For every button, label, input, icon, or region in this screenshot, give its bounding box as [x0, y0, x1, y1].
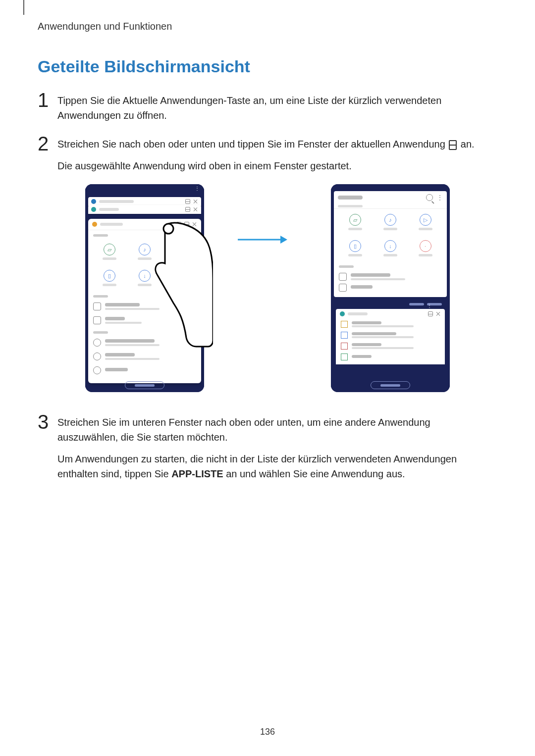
- phone-after: ⋮ ▱ ♪ ▷ ▯ ↓ ∙ ⋮: [331, 184, 450, 392]
- step-2: 2 Streichen Sie nach oben oder unten und…: [38, 134, 497, 173]
- split-icon: [185, 199, 190, 204]
- section-title: Geteilte Bildschirmansicht: [38, 57, 497, 76]
- close-icon: [436, 311, 441, 316]
- close-icon: [193, 207, 198, 212]
- svg-marker-2: [280, 236, 287, 244]
- step-3-p2: Um Anwendungen zu starten, die nicht in …: [57, 452, 493, 481]
- step-1-text: Tippen Sie die Aktuelle Anwendungen-Tast…: [57, 93, 493, 123]
- app-list-label: APP-LISTE: [171, 468, 223, 479]
- step-2-line1: Streichen Sie nach oben oder unten und t…: [57, 137, 475, 151]
- step-3-p1: Streichen Sie im unteren Fenster nach ob…: [57, 415, 493, 445]
- split-icon: [185, 207, 190, 212]
- close-all-button: [371, 381, 410, 389]
- step-2-line2: Die ausgewählte Anwendung wird oben in e…: [57, 158, 475, 173]
- breadcrumb: Anwendungen und Funktionen: [38, 21, 497, 32]
- step-number: 3: [38, 412, 54, 432]
- step-number: 1: [38, 90, 54, 110]
- step-3: 3 Streichen Sie im unteren Fenster nach …: [38, 412, 497, 481]
- more-icon: ⋮: [427, 303, 442, 305]
- step-number: 2: [38, 134, 54, 153]
- arrow-icon: [238, 234, 287, 246]
- svg-point-0: [163, 224, 173, 234]
- margin-rule: [23, 0, 24, 15]
- page-number: 136: [0, 727, 535, 737]
- search-icon: [426, 194, 433, 201]
- close-icon: [193, 199, 198, 204]
- step-1: 1 Tippen Sie die Aktuelle Anwendungen-Ta…: [38, 90, 497, 123]
- close-all-button: [125, 381, 164, 389]
- split-screen-icon: [449, 140, 457, 150]
- hand-pointer-icon: [149, 219, 213, 348]
- split-icon: [428, 311, 433, 316]
- instruction-figure: ⋮ ▱ ♪ ▷ ▯ ↓ ∙: [79, 184, 456, 397]
- more-icon: ⋮: [195, 186, 199, 191]
- more-icon: ⋮: [437, 194, 443, 201]
